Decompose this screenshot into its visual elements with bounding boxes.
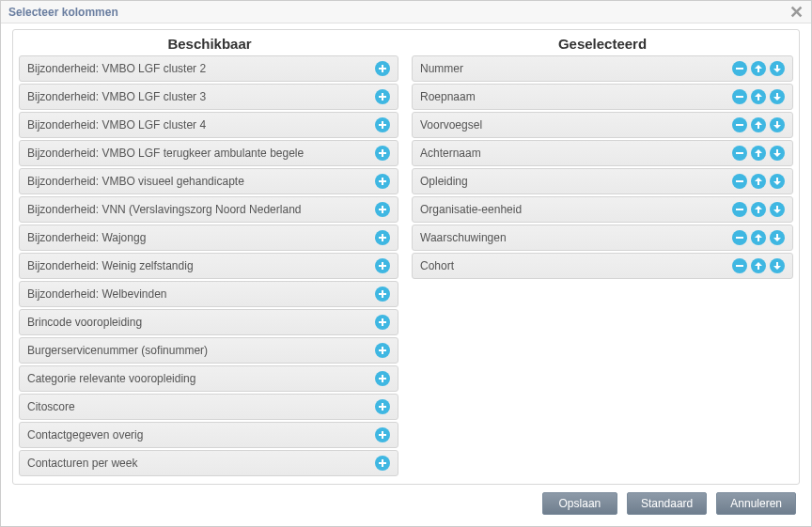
close-icon[interactable]: ✕ xyxy=(789,4,804,21)
selected-item[interactable]: Cohort xyxy=(412,253,793,279)
available-item[interactable]: Citoscore xyxy=(19,394,398,420)
move-down-icon[interactable] xyxy=(770,89,785,104)
selected-item-label: Opleiding xyxy=(420,175,732,188)
move-up-icon[interactable] xyxy=(751,202,766,217)
save-button[interactable]: Opslaan xyxy=(542,492,617,515)
move-up-icon[interactable] xyxy=(751,146,766,161)
available-item[interactable]: Bijzonderheid: VNN (Verslavingszorg Noor… xyxy=(19,196,398,223)
add-icon[interactable] xyxy=(375,399,390,414)
available-title: Beschikbaar xyxy=(19,34,400,55)
selected-item[interactable]: Waarschuwingen xyxy=(412,225,793,251)
add-icon[interactable] xyxy=(375,315,390,330)
available-item[interactable]: Bijzonderheid: VMBO LGF cluster 3 xyxy=(19,84,398,110)
move-up-icon[interactable] xyxy=(751,258,766,273)
move-down-icon[interactable] xyxy=(770,146,785,161)
default-button[interactable]: Standaard xyxy=(627,492,707,515)
selected-item-actions xyxy=(732,61,785,76)
svg-rect-0 xyxy=(736,68,743,70)
selected-item[interactable]: Opleiding xyxy=(412,168,793,194)
add-icon[interactable] xyxy=(375,61,390,76)
available-item-label: Contactgegeven overig xyxy=(27,428,375,442)
selected-item-label: Voorvoegsel xyxy=(420,118,732,132)
available-item[interactable]: Bijzonderheid: VMBO LGF terugkeer ambula… xyxy=(19,140,398,166)
selected-item[interactable]: Nummer xyxy=(412,55,793,82)
selected-item-actions xyxy=(732,258,785,273)
remove-icon[interactable] xyxy=(732,89,747,104)
add-icon[interactable] xyxy=(375,174,390,189)
columns-row: Beschikbaar Bijzonderheid: VMBO LGF clus… xyxy=(12,29,800,485)
move-down-icon[interactable] xyxy=(770,174,785,189)
selected-column: Geselecteerd NummerRoepnaamVoorvoegselAc… xyxy=(412,34,793,478)
available-column: Beschikbaar Bijzonderheid: VMBO LGF clus… xyxy=(19,34,400,478)
available-item-actions xyxy=(375,146,390,161)
cancel-button[interactable]: Annuleren xyxy=(716,492,796,515)
move-up-icon[interactable] xyxy=(751,230,766,245)
available-item[interactable]: Contactgegeven overig xyxy=(19,422,398,448)
add-icon[interactable] xyxy=(375,456,390,471)
move-up-icon[interactable] xyxy=(751,174,766,189)
add-icon[interactable] xyxy=(375,146,390,161)
available-item[interactable]: Bijzonderheid: VMBO LGF cluster 4 xyxy=(19,112,398,138)
available-item[interactable]: Brincode vooropleiding xyxy=(19,309,398,335)
add-icon[interactable] xyxy=(375,117,390,132)
available-item-label: Bijzonderheid: Wajongg xyxy=(27,231,375,244)
available-item-actions xyxy=(375,174,390,189)
dialog-title: Selecteer kolommen xyxy=(8,1,118,23)
add-icon[interactable] xyxy=(375,202,390,217)
remove-icon[interactable] xyxy=(732,174,747,189)
remove-icon[interactable] xyxy=(732,230,747,245)
selected-item-actions xyxy=(732,89,785,104)
available-item-label: Categorie relevante vooropleiding xyxy=(27,372,375,385)
select-columns-dialog: Selecteer kolommen ✕ Beschikbaar Bijzond… xyxy=(0,0,812,527)
available-item-actions xyxy=(375,287,390,302)
available-item-label: Bijzonderheid: VMBO visueel gehandicapte xyxy=(27,175,375,188)
selected-item-actions xyxy=(732,202,785,217)
available-item[interactable]: Bijzonderheid: Wajongg xyxy=(19,225,398,251)
move-up-icon[interactable] xyxy=(751,61,766,76)
remove-icon[interactable] xyxy=(732,258,747,273)
move-down-icon[interactable] xyxy=(770,258,785,273)
move-up-icon[interactable] xyxy=(751,89,766,104)
available-item[interactable]: Bijzonderheid: Weinig zelfstandig xyxy=(19,253,398,279)
selected-item-actions xyxy=(732,117,785,132)
add-icon[interactable] xyxy=(375,371,390,386)
add-icon[interactable] xyxy=(375,343,390,358)
add-icon[interactable] xyxy=(375,230,390,245)
move-down-icon[interactable] xyxy=(770,117,785,132)
selected-item-actions xyxy=(732,174,785,189)
available-item-label: Bijzonderheid: VMBO LGF terugkeer ambula… xyxy=(27,147,375,160)
selected-item[interactable]: Voorvoegsel xyxy=(412,112,793,138)
selected-item[interactable]: Achternaam xyxy=(412,140,793,166)
available-item-actions xyxy=(375,89,390,104)
add-icon[interactable] xyxy=(375,427,390,442)
available-item-label: Bijzonderheid: VMBO LGF cluster 2 xyxy=(27,62,375,75)
available-item[interactable]: Contacturen per week xyxy=(19,450,398,476)
remove-icon[interactable] xyxy=(732,146,747,161)
available-item-actions xyxy=(375,399,390,414)
available-item[interactable]: Burgerservicenummer (sofinummer) xyxy=(19,337,398,364)
selected-item-label: Achternaam xyxy=(420,147,732,160)
available-item[interactable]: Bijzonderheid: VMBO visueel gehandicapte xyxy=(19,168,398,194)
add-icon[interactable] xyxy=(375,258,390,273)
available-item-label: Bijzonderheid: Welbevinden xyxy=(27,287,375,301)
selected-item-label: Cohort xyxy=(420,259,732,272)
available-item[interactable]: Bijzonderheid: Welbevinden xyxy=(19,281,398,307)
move-up-icon[interactable] xyxy=(751,117,766,132)
move-down-icon[interactable] xyxy=(770,230,785,245)
move-down-icon[interactable] xyxy=(770,61,785,76)
add-icon[interactable] xyxy=(375,287,390,302)
move-down-icon[interactable] xyxy=(770,202,785,217)
selected-item[interactable]: Organisatie-eenheid xyxy=(412,196,793,223)
available-item[interactable]: Bijzonderheid: VMBO LGF cluster 2 xyxy=(19,55,398,82)
add-icon[interactable] xyxy=(375,89,390,104)
remove-icon[interactable] xyxy=(732,61,747,76)
selected-item[interactable]: Roepnaam xyxy=(412,84,793,110)
available-list[interactable]: Bijzonderheid: VMBO LGF cluster 2Bijzond… xyxy=(19,55,400,478)
available-item-actions xyxy=(375,117,390,132)
available-item-actions xyxy=(375,258,390,273)
remove-icon[interactable] xyxy=(732,117,747,132)
available-item[interactable]: Categorie relevante vooropleiding xyxy=(19,365,398,392)
selected-item-label: Roepnaam xyxy=(420,90,732,103)
remove-icon[interactable] xyxy=(732,202,747,217)
dialog-body: Beschikbaar Bijzonderheid: VMBO LGF clus… xyxy=(1,23,811,526)
